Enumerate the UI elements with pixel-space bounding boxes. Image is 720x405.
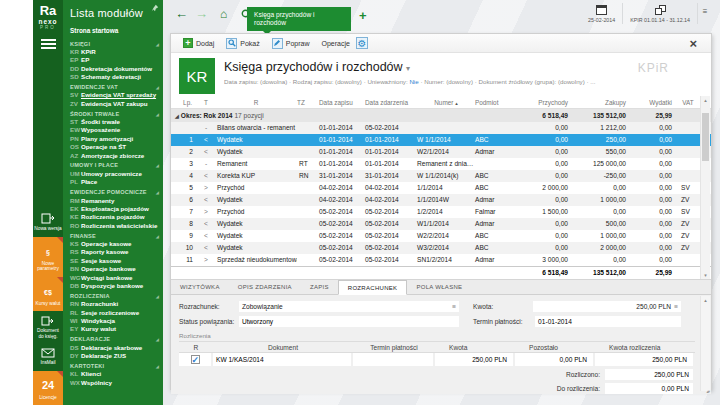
section-collapse-icon[interactable]: ◢ xyxy=(156,363,159,370)
table-row[interactable]: - Bilans otwarcia - remanent 01-01-2014 … xyxy=(171,122,711,134)
sidebar-item[interactable]: UMOWY I PŁACE ◢ xyxy=(63,161,163,169)
sidebar-item[interactable]: DS Deklaracje skarbowe ◢ xyxy=(63,344,163,352)
gear-icon[interactable]: ⚙ xyxy=(356,37,368,49)
scroll-down-icon[interactable]: ▾ xyxy=(701,271,710,279)
filter-summary[interactable]: Data zapisu: (dowolna) · Rodzaj zapisu: … xyxy=(224,78,651,85)
back-icon[interactable]: ← xyxy=(175,6,188,21)
table-row[interactable]: 1 < Wydatek 01-01-2014 01-01-2014 W 1/1/… xyxy=(171,134,711,146)
section-collapse-icon[interactable]: ◢ xyxy=(156,41,159,48)
sidebar-item[interactable]: EWIDENCJE POMOCNICZE ◢ xyxy=(63,188,163,196)
details-scrollbar[interactable]: ▴ xyxy=(700,296,710,391)
sidebar-item[interactable]: ST Środki trwałe ◢ xyxy=(63,118,163,126)
new-tab-icon[interactable]: + xyxy=(359,8,367,23)
sidebar-item[interactable]: EK Eksploatacja pojazdów ◢ xyxy=(63,205,163,213)
section-collapse-icon[interactable]: ◢ xyxy=(156,233,159,240)
sidebar-item[interactable]: EP EP ◢ xyxy=(63,56,163,64)
date-widget[interactable]: 25-02-2014 xyxy=(581,3,622,24)
section-collapse-icon[interactable]: ◢ xyxy=(156,111,159,118)
filter-value-highlight[interactable]: Nie xyxy=(409,78,418,85)
col-wydatki[interactable]: Wydatki xyxy=(631,96,677,108)
sidebar-item[interactable]: AZ Amortyzacje zbiorcze ◢ xyxy=(63,152,163,160)
close-icon[interactable]: × xyxy=(689,37,697,50)
rail-button-insmail[interactable]: InsMail xyxy=(33,344,63,371)
operations-button[interactable]: Operacje xyxy=(316,38,356,49)
scroll-up-icon[interactable]: ▴ xyxy=(701,296,710,304)
edit-button[interactable]: Popraw xyxy=(266,36,316,51)
kwota-input[interactable]: 250,00 PLN≡ xyxy=(533,301,681,312)
sidebar-item[interactable]: KR KPiR ◢ xyxy=(63,48,163,56)
table-row[interactable]: 2 < Wydatek 01-01-2014 01-01-2014 W2/1/2… xyxy=(171,146,711,158)
group-row[interactable]: ◢Okres: Rok 2014 17 pozycji 6 518,49 135… xyxy=(171,109,711,122)
sidebar-item[interactable]: ROZLICZENIA ◢ xyxy=(63,292,163,300)
col-przychody[interactable]: Przychody xyxy=(519,96,573,108)
sidebar-item[interactable]: WX Wspólnicy ◢ xyxy=(63,379,163,387)
sidebar-item[interactable]: OS Operacje na ŚT ◢ xyxy=(63,143,163,151)
show-button[interactable]: Pokaż xyxy=(220,36,265,51)
table-row[interactable]: 9 < Wydatek 05-02-2014 05-02-2014 W2/2/2… xyxy=(171,230,711,242)
table-row[interactable]: 3 - Remanent RT 01-01-2014 01-01-2014 Re… xyxy=(171,158,711,170)
sidebar-item[interactable]: FINANSE ◢ xyxy=(63,232,163,240)
details-tab[interactable]: POLA WŁASNE xyxy=(407,280,471,294)
sidebar-item[interactable]: SD Schematy dekretacji ◢ xyxy=(63,73,163,81)
menu-toggle-icon[interactable] xyxy=(41,39,56,49)
sidebar-item[interactable]: RM Remanenty ◢ xyxy=(63,197,163,205)
section-collapse-icon[interactable]: ◢ xyxy=(156,189,159,196)
rail-button-kursy-walut[interactable]: €$ Kursy walut xyxy=(33,277,63,312)
rail-button-nowe-parametry[interactable]: § Nowe parametry xyxy=(33,237,63,277)
sidebar-item[interactable]: DD Dekretacja dokumentów ◢ xyxy=(63,65,163,73)
sidebar-item[interactable]: PL Płace ◢ xyxy=(63,178,163,186)
sidebar-item-strona-startowa[interactable]: Strona startowa xyxy=(63,19,163,38)
col-podmiot[interactable]: Podmiot xyxy=(475,96,519,108)
sidebar-item[interactable]: ZV Ewidencja VAT zakupu ◢ xyxy=(63,100,163,108)
sidebar-item[interactable]: RS Raporty kasowe ◢ xyxy=(63,248,163,256)
col-r[interactable]: R xyxy=(215,96,297,108)
table-row[interactable]: 5 > Przychód 04-02-2014 04-02-2014 1/1/2… xyxy=(171,182,711,194)
sidebar-item[interactable]: DB Dyspozycje bankowe ◢ xyxy=(63,282,163,290)
rail-button-licencje[interactable]: 24 Licencje xyxy=(33,371,63,405)
sidebar-item[interactable]: RL Sesje rozliczeniowe ◢ xyxy=(63,309,163,317)
sidebar-item[interactable]: BN Operacje bankowe ◢ xyxy=(63,265,163,273)
sidebar-item[interactable]: WI Windykacja ◢ xyxy=(63,317,163,325)
sidebar-item[interactable]: EWIDENCJE VAT ◢ xyxy=(63,83,163,91)
sidebar-item[interactable]: KE Rozliczenia pojazdów ◢ xyxy=(63,213,163,221)
sidebar-item[interactable]: RN Rozrachunki ◢ xyxy=(63,300,163,308)
sidebar-item[interactable]: SE Sesje kasowe ◢ xyxy=(63,257,163,265)
col-vat[interactable]: VAT xyxy=(677,96,699,108)
dropdown-icon[interactable]: ≡ xyxy=(674,303,678,310)
forward-icon[interactable]: → xyxy=(195,6,208,21)
rail-button-dokument-do-ksieg[interactable]: Dokument do księg. xyxy=(33,311,63,344)
table-row[interactable]: 10 < Wydatek 05-02-2014 05-02-2014 W3/2/… xyxy=(171,242,711,254)
rozliczenie-row[interactable]: ✓ KW 1/KAS/2014 250,00 PLN 0,00 PLN 250,… xyxy=(179,353,695,366)
rozrachunek-select[interactable]: ≡Zobowiązanie xyxy=(239,301,459,312)
details-tab[interactable]: ROZRACHUNEK xyxy=(338,280,408,295)
table-header-row[interactable]: Lp. T R TZ Data zapisu Data zdarzenia Nu… xyxy=(171,96,711,109)
section-collapse-icon[interactable]: ◢ xyxy=(156,336,159,343)
table-row[interactable]: 8 < Wydatek 05-02-2014 05-02-2014 W1/1/2… xyxy=(171,218,711,230)
col-lp[interactable]: Lp. xyxy=(171,96,197,108)
sidebar-item[interactable]: UM Umowy pracownicze ◢ xyxy=(63,170,163,178)
rail-button-nowa-wersja[interactable]: Nowa wersja xyxy=(33,209,63,237)
col-tz[interactable]: TZ xyxy=(297,96,319,108)
document-tab[interactable]: Księga przychodów i rozchodów xyxy=(247,7,351,31)
scrollbar-thumb[interactable] xyxy=(702,113,709,161)
sidebar-item[interactable]: ŚRODKI TRWAŁE ◢ xyxy=(63,110,163,118)
collapse-icon[interactable]: ◢ xyxy=(175,113,179,119)
sidebar-item[interactable]: PN Plany amortyzacji ◢ xyxy=(63,135,163,143)
table-scrollbar[interactable]: ▴ ▾ xyxy=(700,96,710,279)
section-collapse-icon[interactable]: ◢ xyxy=(156,162,159,169)
table-row[interactable]: 4 < Korekta KUP RN 31-01-2014 31-01-2014… xyxy=(171,170,711,182)
sidebar-item[interactable]: KL Klienci ◢ xyxy=(63,370,163,378)
col-t[interactable]: T xyxy=(197,96,215,108)
sidebar-item[interactable]: DY Deklaracje ZUS ◢ xyxy=(63,352,163,360)
col-data-zdarzenia[interactable]: Data zdarzenia xyxy=(365,96,417,108)
col-data-zapisu[interactable]: Data zapisu xyxy=(319,96,365,108)
section-collapse-icon[interactable]: ◢ xyxy=(156,84,159,91)
sidebar-item[interactable]: KSIĘGI ◢ xyxy=(63,40,163,48)
dropdown-icon[interactable]: ≡ xyxy=(452,301,456,312)
sidebar-item[interactable]: SV Ewidencja VAT sprzedaży ◢ xyxy=(63,91,163,99)
checkbox[interactable]: ✓ xyxy=(191,355,200,364)
sidebar-item[interactable]: EY Kursy walut ◢ xyxy=(63,325,163,333)
section-collapse-icon[interactable]: ◢ xyxy=(156,293,159,300)
termin-input[interactable]: 01-01-2014 xyxy=(535,316,681,327)
page-title[interactable]: Księga przychodów i rozchodów ▾ xyxy=(224,60,410,74)
